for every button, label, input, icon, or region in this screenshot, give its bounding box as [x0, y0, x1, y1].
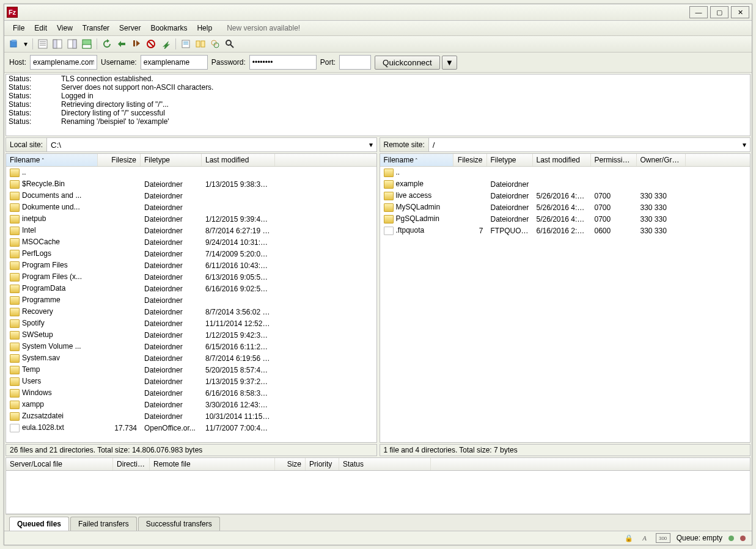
tab-failed-transfers[interactable]: Failed transfers: [70, 517, 137, 531]
remote-path-input[interactable]: [429, 138, 739, 151]
window-minimize-button[interactable]: —: [689, 6, 708, 18]
column-header-size[interactable]: Filesize: [453, 154, 487, 166]
folder-icon: [10, 343, 20, 351]
list-item[interactable]: exampleDateiordner: [380, 178, 750, 190]
local-path-dropdown[interactable]: ▾: [365, 140, 376, 149]
toggle-remote-tree-icon[interactable]: [66, 38, 78, 50]
cell-size: [453, 184, 487, 185]
list-item[interactable]: MySQLadminDateiordner5/26/2016 4:43:...0…: [380, 202, 750, 213]
cancel-icon[interactable]: [130, 38, 142, 50]
cell-size: 7: [453, 226, 487, 236]
list-item[interactable]: Dokumente und...Dateiordner: [6, 202, 376, 213]
column-header-size[interactable]: Filesize: [98, 154, 141, 166]
column-header-mod[interactable]: Last modified: [202, 154, 275, 166]
list-item[interactable]: SpotifyDateiordner11/11/2014 12:52:1...: [6, 318, 376, 329]
list-item[interactable]: Program Files (x...Dateiordner6/13/2016 …: [6, 271, 376, 283]
new-version-notice[interactable]: New version available!: [222, 22, 305, 34]
file-icon: [10, 424, 20, 432]
toggle-local-tree-icon[interactable]: [51, 38, 64, 50]
site-manager-icon[interactable]: [8, 38, 20, 50]
window-close-button[interactable]: ✕: [731, 6, 749, 18]
remote-file-list[interactable]: Filename ˄FilesizeFiletypeLast modifiedP…: [380, 153, 751, 443]
menu-transfer[interactable]: Transfer: [78, 22, 114, 34]
column-header-type[interactable]: Filetype: [141, 154, 202, 166]
list-item[interactable]: xamppDateiordner3/30/2016 12:43:44...: [6, 399, 376, 410]
list-item[interactable]: SWSetupDateiordner1/12/2015 9:42:34 ...: [6, 329, 376, 341]
list-item[interactable]: RecoveryDateiordner8/7/2014 3:56:02 PM: [6, 306, 376, 318]
queue-col-server-local-file[interactable]: Server/Local file: [6, 458, 113, 470]
queue-col-priority[interactable]: Priority: [306, 458, 339, 470]
column-header-mod[interactable]: Last modified: [533, 154, 591, 166]
column-header-owner[interactable]: Owner/Gro...: [637, 154, 686, 166]
list-item[interactable]: ZuzsatzdateiDateiordner10/31/2014 11:15:…: [6, 410, 376, 422]
transfer-queue-body[interactable]: [6, 471, 750, 514]
process-queue-icon[interactable]: [116, 38, 128, 50]
cell-size: [98, 277, 141, 278]
list-item[interactable]: .ftpquota7FTPQUOT...6/16/2016 2:49:...06…: [380, 225, 750, 236]
menu-help[interactable]: Help: [192, 22, 217, 34]
menu-edit[interactable]: Edit: [29, 22, 52, 34]
list-item[interactable]: inetpubDateiordner1/12/2015 9:39:43 ...: [6, 213, 376, 225]
list-item[interactable]: Program FilesDateiordner6/11/2016 10:43:…: [6, 260, 376, 271]
window-maximize-button[interactable]: ▢: [710, 6, 728, 18]
list-item[interactable]: PerfLogsDateiordner7/14/2009 5:20:08 ...: [6, 248, 376, 260]
sync-browse-icon[interactable]: [209, 38, 221, 50]
queue-col-remote-file[interactable]: Remote file: [150, 458, 275, 470]
list-item[interactable]: ProgrammeDateiordner: [6, 294, 376, 306]
queue-col-size[interactable]: Size: [275, 458, 306, 470]
column-header-name[interactable]: Filename ˄: [6, 154, 98, 166]
tab-queued-files[interactable]: Queued files: [9, 517, 69, 531]
list-item[interactable]: System.savDateiordner8/7/2014 6:19:56 PM: [6, 352, 376, 364]
list-item[interactable]: ProgramDataDateiordner6/16/2016 9:02:56 …: [6, 283, 376, 294]
list-item[interactable]: Documents and ...Dateiordner: [6, 190, 376, 202]
list-item[interactable]: eula.1028.txt17.734OpenOffice.or...11/7/…: [6, 422, 376, 434]
menu-file[interactable]: File: [8, 22, 29, 34]
remote-path-dropdown[interactable]: ▾: [739, 140, 750, 149]
list-item[interactable]: live accessDateiordner5/26/2016 4:43:...…: [380, 190, 750, 202]
menu-server[interactable]: Server: [114, 22, 145, 34]
toggle-log-icon[interactable]: [37, 38, 49, 50]
message-log[interactable]: Status:TLS connection established.Status…: [6, 74, 750, 136]
queue-col-direction[interactable]: Direction: [113, 458, 150, 470]
list-item[interactable]: ..: [380, 167, 750, 178]
list-item[interactable]: MSOCacheDateiordner9/24/2014 10:31:48...: [6, 236, 376, 248]
reconnect-icon[interactable]: [160, 38, 172, 50]
quickconnect-dropdown[interactable]: ▼: [442, 56, 457, 70]
list-item[interactable]: PgSQLadminDateiordner5/26/2016 4:43:...0…: [380, 213, 750, 225]
refresh-icon[interactable]: [101, 38, 113, 50]
column-header-name[interactable]: Filename ˄: [380, 154, 453, 166]
list-item[interactable]: TempDateiordner5/20/2015 8:57:42 ...: [6, 364, 376, 376]
filter-icon[interactable]: [180, 38, 192, 50]
menu-bookmarks[interactable]: Bookmarks: [145, 22, 192, 34]
cell-perm: [591, 172, 637, 173]
menu-view[interactable]: View: [52, 22, 78, 34]
column-header-perm[interactable]: Permissions: [591, 154, 637, 166]
host-input[interactable]: [30, 55, 97, 70]
cell-name: System.sav: [6, 353, 98, 363]
disconnect-icon[interactable]: [145, 38, 157, 50]
list-item[interactable]: ..: [6, 167, 376, 178]
list-item[interactable]: IntelDateiordner8/7/2014 6:27:19 PM: [6, 225, 376, 236]
compare-icon[interactable]: [194, 38, 207, 50]
list-item[interactable]: System Volume ...Dateiordner6/15/2016 6:…: [6, 341, 376, 352]
log-row: Status:Renaming '/beispiel' to '/example…: [6, 117, 750, 126]
list-item[interactable]: UsersDateiordner1/13/2015 9:37:25 ...: [6, 376, 376, 387]
quickconnect-button[interactable]: Quickconnect: [375, 56, 440, 70]
password-input[interactable]: [249, 55, 317, 70]
list-item[interactable]: WindowsDateiordner6/16/2016 8:58:35 ...: [6, 387, 376, 399]
folder-icon: [10, 227, 20, 235]
username-input[interactable]: [141, 55, 208, 70]
queue-col-status[interactable]: Status: [339, 458, 431, 470]
list-item[interactable]: $Recycle.BinDateiordner1/13/2015 9:38:33…: [6, 178, 376, 190]
tab-successful-transfers[interactable]: Successful transfers: [138, 517, 220, 531]
port-input[interactable]: [339, 55, 371, 70]
folder-icon: [10, 192, 20, 200]
local-file-list[interactable]: Filename ˄FilesizeFiletypeLast modified …: [6, 153, 377, 443]
folder-icon: [384, 203, 394, 212]
titlebar[interactable]: Fz — ▢ ✕: [4, 4, 752, 21]
local-path-input[interactable]: [47, 138, 365, 151]
site-manager-drop-icon[interactable]: ▾: [23, 38, 29, 50]
toggle-queue-icon[interactable]: [81, 38, 93, 50]
search-icon[interactable]: [224, 38, 236, 50]
column-header-type[interactable]: Filetype: [487, 154, 533, 166]
